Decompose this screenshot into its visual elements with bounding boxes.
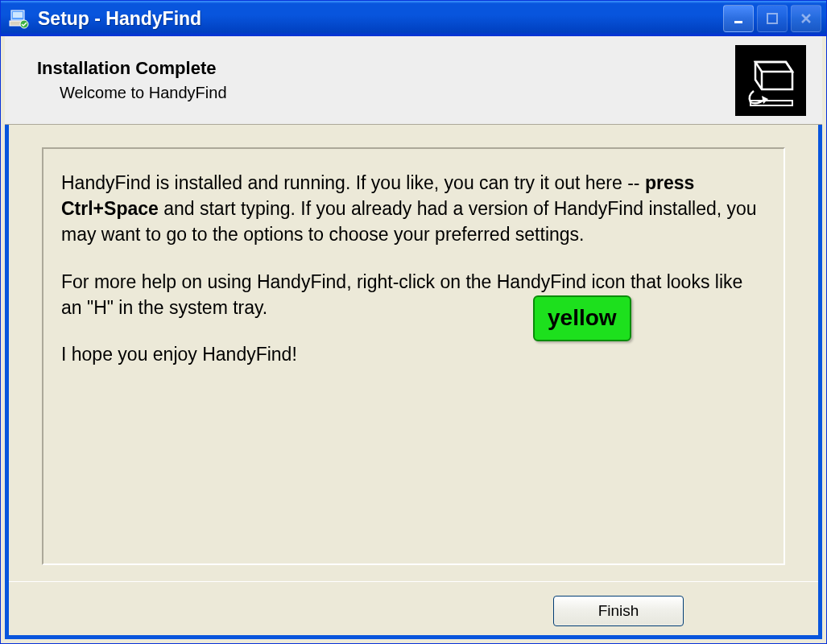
wizard-header: Installation Complete Welcome to HandyFi… xyxy=(5,36,822,125)
close-button xyxy=(791,5,821,32)
app-icon xyxy=(7,7,30,30)
search-overlay[interactable]: yellow xyxy=(533,295,631,341)
finish-button[interactable]: Finish xyxy=(553,596,684,626)
svg-rect-4 xyxy=(734,21,742,23)
button-row: Finish xyxy=(5,581,822,639)
setup-window: Setup - HandyFind Installation Complete … xyxy=(0,0,827,644)
paragraph-3: I hope you enjoy HandyFind! xyxy=(61,341,766,367)
search-overlay-text: yellow xyxy=(548,305,617,330)
paragraph-1: HandyFind is installed and running. If y… xyxy=(61,170,766,248)
message-panel: HandyFind is installed and running. If y… xyxy=(42,147,785,565)
paragraph-2: For more help on using HandyFind, right-… xyxy=(61,269,766,320)
svg-rect-5 xyxy=(767,14,777,23)
titlebar[interactable]: Setup - HandyFind xyxy=(1,1,826,36)
minimize-button[interactable] xyxy=(723,5,754,32)
maximize-button xyxy=(757,5,788,32)
page-title: Installation Complete xyxy=(37,58,735,79)
svg-rect-1 xyxy=(13,12,23,18)
page-subtitle: Welcome to HandyFind xyxy=(60,84,735,102)
installer-icon xyxy=(735,45,806,116)
content-area: HandyFind is installed and running. If y… xyxy=(5,125,822,581)
window-controls xyxy=(723,5,821,32)
window-title: Setup - HandyFind xyxy=(38,8,723,30)
